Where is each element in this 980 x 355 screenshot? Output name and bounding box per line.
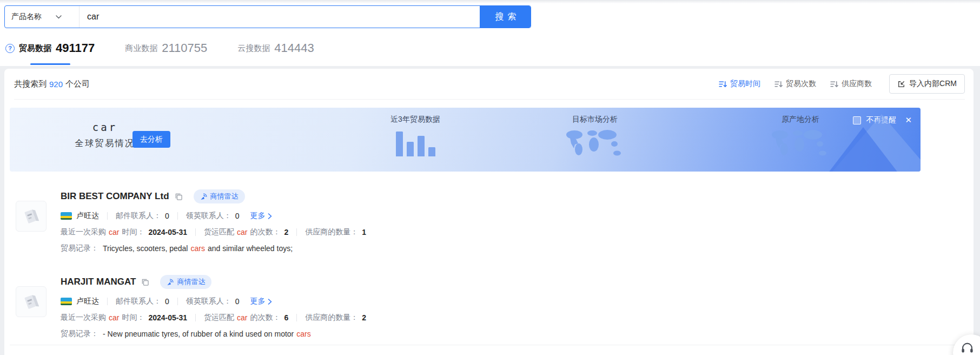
freight-label-suffix: 的次数：	[250, 227, 281, 237]
tab-count: 2110755	[162, 41, 207, 55]
keyword-highlight: car	[237, 228, 247, 236]
copy-icon[interactable]	[175, 193, 183, 201]
sort-toolbar: 贸易时间 贸易次数 供应商数 导入内部CRM	[719, 74, 965, 94]
divider	[296, 314, 297, 321]
trade-record-label: 贸易记录：	[61, 329, 98, 339]
search-bar: 产品名称 搜索	[4, 5, 531, 28]
tab-trade-data[interactable]: ? 贸易数据 491177	[5, 41, 95, 66]
freight-count: 6	[284, 313, 289, 322]
trade-record-text: - New pneumatic tyres, of rubber of a ki…	[103, 330, 294, 338]
keyword-highlight: car	[109, 313, 119, 322]
badge-label: 商情雷达	[210, 192, 239, 201]
email-contacts-count: 0	[165, 297, 169, 306]
world-map-icon	[562, 127, 627, 161]
search-button[interactable]: 搜索	[480, 6, 531, 28]
tab-count: 491177	[56, 41, 95, 55]
search-input[interactable]	[80, 6, 480, 28]
product-placeholder-icon	[20, 291, 43, 313]
purchase-label-suffix: 时间：	[122, 227, 144, 237]
company-country: 卢旺达	[76, 297, 99, 306]
linkedin-contacts-count: 0	[235, 212, 240, 220]
search-category-label: 产品名称	[11, 12, 42, 22]
copy-icon[interactable]	[141, 278, 149, 286]
freight-label: 货运匹配	[204, 313, 234, 323]
import-crm-button[interactable]: 导入内部CRM	[889, 74, 965, 94]
results-count-text: 共搜索到 920 个公司	[14, 79, 90, 89]
company-thumbnail[interactable]	[16, 286, 47, 317]
more-link[interactable]: 更多	[250, 211, 272, 221]
company-card: BIR BEST COMPANY Ltd 商情雷达 卢旺达 邮件联系人： 0 领…	[4, 189, 974, 253]
radar-icon	[167, 279, 174, 286]
banner-decoration-triangle	[824, 127, 902, 172]
section-label: 目标市场分析	[544, 115, 646, 124]
company-name[interactable]: BIR BEST COMPANY Ltd	[61, 191, 169, 202]
import-icon	[897, 80, 905, 88]
trade-analysis-banner: car 全球贸易情况 去分析 近3年贸易数据 目标市场分析 原产地分析	[10, 108, 921, 172]
more-label: 更多	[250, 211, 266, 221]
divider	[107, 212, 108, 220]
product-placeholder-icon	[20, 205, 43, 228]
sort-label: 供应商数	[842, 79, 872, 89]
banner-subtitle: 全球贸易情况	[72, 138, 137, 149]
trade-record-label: 贸易记录：	[61, 244, 98, 253]
company-body: HARJIT MANGAT 商情雷达 卢旺达 邮件联系人： 0 领英联系人： 0	[61, 275, 366, 339]
results-panel: 共搜索到 920 个公司 贸易时间 贸易次数 供应商数 导入内部CRM	[4, 69, 974, 355]
email-contacts-count: 0	[165, 212, 169, 220]
purchase-label: 最近一次采购	[61, 227, 106, 237]
tab-cloud-search-data[interactable]: 云搜数据 414443	[237, 41, 314, 66]
import-crm-label: 导入内部CRM	[909, 79, 957, 89]
business-radar-badge[interactable]: 商情雷达	[194, 189, 245, 203]
divider	[195, 314, 196, 321]
trade-record-text: Tricycles, scooters, pedal	[103, 244, 188, 253]
mini-bar-chart	[364, 128, 467, 156]
analyze-button[interactable]: 去分析	[133, 131, 170, 148]
keyword-highlight: cars	[296, 330, 310, 338]
more-label: 更多	[250, 297, 266, 306]
results-count: 920	[49, 80, 63, 89]
company-body: BIR BEST COMPANY Ltd 商情雷达 卢旺达 邮件联系人： 0 领…	[61, 189, 366, 253]
company-name[interactable]: HARJIT MANGAT	[61, 277, 136, 287]
business-radar-badge[interactable]: 商情雷达	[160, 275, 211, 289]
mini-bar	[407, 142, 414, 156]
search-category-select[interactable]: 产品名称	[5, 6, 80, 28]
purchase-label-suffix: 时间：	[122, 313, 144, 323]
sort-icon	[830, 80, 838, 88]
supplier-count: 1	[362, 228, 366, 236]
data-source-tabs: ? 贸易数据 491177 商业数据 2110755 云搜数据 414443	[5, 41, 980, 66]
banner-keyword: car	[72, 121, 137, 133]
banner-section-target-market: 目标市场分析	[544, 115, 646, 163]
headset-icon	[960, 340, 975, 355]
tab-count: 414443	[274, 41, 314, 55]
tab-label: 贸易数据	[19, 43, 51, 54]
freight-label: 货运匹配	[204, 227, 234, 237]
divider	[177, 298, 178, 305]
sort-trade-count[interactable]: 贸易次数	[774, 79, 816, 89]
sort-supplier-count[interactable]: 供应商数	[830, 79, 872, 89]
mini-bar	[418, 136, 425, 156]
top-search-header: 产品名称 搜索 ? 贸易数据 491177 商业数据 2110755 云搜数据 …	[0, 0, 980, 66]
tab-business-data[interactable]: 商业数据 2110755	[125, 41, 207, 66]
divider	[296, 228, 297, 236]
company-thumbnail[interactable]	[16, 201, 47, 232]
linkedin-contacts-label: 领英联系人：	[186, 211, 231, 221]
rwanda-flag-icon	[61, 298, 72, 305]
email-contacts-label: 邮件联系人：	[116, 211, 161, 221]
company-card: HARJIT MANGAT 商情雷达 卢旺达 邮件联系人： 0 领英联系人： 0	[4, 275, 974, 339]
purchase-label: 最近一次采购	[61, 313, 106, 323]
linkedin-contacts-label: 领英联系人：	[186, 297, 231, 306]
purchase-date: 2024-05-31	[148, 313, 187, 322]
trade-record-text: and similar wheeled toys;	[208, 244, 293, 253]
sort-trade-time[interactable]: 贸易时间	[719, 79, 760, 89]
purchase-date: 2024-05-31	[148, 228, 187, 236]
help-icon[interactable]: ?	[5, 44, 15, 53]
keyword-highlight: cars	[190, 244, 204, 253]
sort-icon	[719, 80, 727, 88]
more-link[interactable]: 更多	[250, 297, 272, 306]
keyword-highlight: car	[237, 313, 247, 322]
list-divider	[10, 345, 974, 345]
section-label: 近3年贸易数据	[364, 115, 467, 124]
freight-count: 2	[284, 228, 289, 236]
sort-label: 贸易次数	[786, 79, 816, 89]
divider	[107, 298, 108, 305]
mini-bar	[428, 147, 435, 156]
